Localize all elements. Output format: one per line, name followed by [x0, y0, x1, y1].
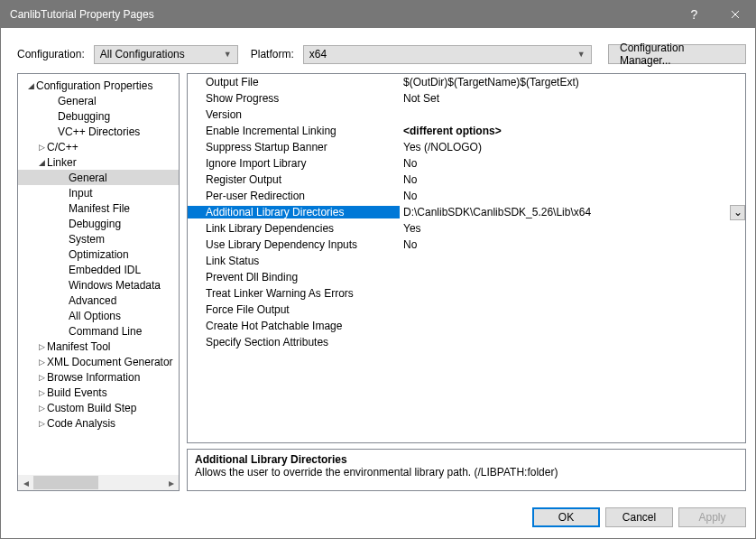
- tree-item-label: System: [69, 233, 105, 246]
- tree-item[interactable]: ◢Linker: [18, 154, 179, 170]
- tree-item[interactable]: System: [18, 231, 179, 246]
- tree-item[interactable]: ▷Code Analysis: [18, 415, 179, 431]
- tree-item[interactable]: VC++ Directories: [18, 124, 179, 139]
- tree-item[interactable]: All Options: [18, 308, 179, 323]
- cancel-button[interactable]: Cancel: [605, 507, 673, 527]
- tree-item[interactable]: ▷Browse Information: [18, 369, 179, 385]
- property-value[interactable]: Not Set: [400, 92, 745, 105]
- arrow-icon: ▷: [36, 373, 47, 382]
- tree-root[interactable]: ◢Configuration Properties: [18, 78, 179, 93]
- property-value[interactable]: No: [400, 190, 745, 202]
- tree-item-label: General: [69, 172, 107, 184]
- tree-item-label: Optimization: [69, 248, 129, 261]
- tree-item[interactable]: ▷Manifest Tool: [18, 339, 179, 354]
- property-row[interactable]: Create Hot Patchable Image: [188, 318, 745, 334]
- tree-item-label: Windows Metadata: [69, 279, 161, 292]
- tree-hscrollbar[interactable]: ◂ ▸: [18, 475, 179, 490]
- description-title: Additional Library Directories: [195, 453, 738, 466]
- tree-item[interactable]: General: [18, 93, 179, 108]
- tree-item[interactable]: Manifest File: [18, 200, 179, 216]
- tree-item-label: Manifest File: [69, 202, 130, 215]
- property-row[interactable]: Version: [188, 107, 745, 123]
- property-value[interactable]: No: [400, 173, 745, 186]
- close-button[interactable]: [715, 1, 755, 28]
- scroll-right-icon[interactable]: ▸: [163, 475, 179, 490]
- property-value[interactable]: No: [400, 157, 745, 170]
- property-value[interactable]: D:\CanlibSDK\CanlibSDK_5.26\Lib\x64⌄: [400, 205, 745, 220]
- config-bar: Configuration: All Configurations ▼ Plat…: [1, 28, 755, 73]
- property-row[interactable]: Ignore Import LibraryNo: [188, 155, 745, 172]
- tree-item[interactable]: General: [18, 170, 179, 185]
- property-value[interactable]: <different options>: [400, 125, 745, 137]
- tree-item[interactable]: ▷XML Document Generator: [18, 354, 179, 369]
- arrow-icon: ▷: [36, 419, 47, 428]
- property-name: Link Status: [188, 255, 400, 267]
- tree-item-label: Custom Build Step: [47, 402, 136, 414]
- property-name: Link Library Dependencies: [188, 222, 400, 235]
- titlebar: CanlibTutorial Property Pages ?: [1, 1, 755, 28]
- property-value[interactable]: No: [400, 238, 745, 251]
- tree-item[interactable]: Windows Metadata: [18, 277, 179, 293]
- property-row[interactable]: Link Library DependenciesYes: [188, 220, 745, 237]
- property-row[interactable]: Prevent Dll Binding: [188, 269, 745, 285]
- tree-item-label: Input: [69, 187, 93, 200]
- tree-item[interactable]: Debugging: [18, 108, 179, 124]
- ok-button[interactable]: OK: [532, 507, 600, 527]
- tree-item[interactable]: Input: [18, 185, 179, 200]
- property-row[interactable]: Force File Output: [188, 302, 745, 318]
- tree-item-label: Advanced: [69, 294, 116, 307]
- tree-item[interactable]: Advanced: [18, 293, 179, 308]
- tree-item[interactable]: ▷Custom Build Step: [18, 400, 179, 415]
- property-row[interactable]: Per-user RedirectionNo: [188, 188, 745, 204]
- property-name: Ignore Import Library: [188, 157, 400, 170]
- tree-item[interactable]: Debugging: [18, 216, 179, 231]
- property-row[interactable]: Enable Incremental Linking<different opt…: [188, 123, 745, 139]
- apply-button[interactable]: Apply: [678, 507, 746, 527]
- tree-item-label: Embedded IDL: [69, 264, 141, 276]
- arrow-icon: ▷: [36, 342, 47, 351]
- tree-item-label: Manifest Tool: [47, 340, 110, 353]
- dropdown-button[interactable]: ⌄: [730, 205, 745, 220]
- dialog-buttons: OK Cancel Apply: [1, 500, 755, 538]
- property-name: Per-user Redirection: [188, 190, 400, 202]
- property-value[interactable]: Yes: [400, 222, 745, 235]
- description-panel: Additional Library Directories Allows th…: [187, 449, 746, 491]
- configuration-manager-button[interactable]: Configuration Manager...: [608, 44, 746, 64]
- chevron-down-icon: ▼: [577, 50, 585, 59]
- help-button[interactable]: ?: [674, 1, 715, 28]
- nav-tree[interactable]: ◢Configuration PropertiesGeneralDebuggin…: [18, 74, 179, 475]
- tree-item[interactable]: ▷Build Events: [18, 385, 179, 400]
- tree-item-label: XML Document Generator: [47, 356, 173, 368]
- property-name: Enable Incremental Linking: [188, 125, 400, 137]
- property-name: Prevent Dll Binding: [188, 271, 400, 283]
- tree-item-label: VC++ Directories: [58, 125, 140, 138]
- scroll-left-icon[interactable]: ◂: [18, 475, 33, 490]
- property-row[interactable]: Specify Section Attributes: [188, 334, 745, 350]
- property-row[interactable]: Link Status: [188, 253, 745, 269]
- property-row[interactable]: Register OutputNo: [188, 172, 745, 188]
- tree-item-label: Debugging: [58, 110, 110, 123]
- property-row[interactable]: Show ProgressNot Set: [188, 90, 745, 107]
- property-row[interactable]: Additional Library DirectoriesD:\CanlibS…: [188, 204, 745, 220]
- tree-item-label: Browse Information: [47, 371, 140, 384]
- property-name: Use Library Dependency Inputs: [188, 238, 400, 251]
- property-row[interactable]: Use Library Dependency InputsNo: [188, 237, 745, 253]
- tree-item[interactable]: Embedded IDL: [18, 262, 179, 277]
- property-row[interactable]: Suppress Startup BannerYes (/NOLOGO): [188, 139, 745, 155]
- arrow-icon: ▷: [36, 143, 47, 152]
- tree-item-label: Build Events: [47, 386, 107, 399]
- tree-item[interactable]: Command Line: [18, 323, 179, 339]
- property-value[interactable]: $(OutDir)$(TargetName)$(TargetExt): [400, 76, 745, 88]
- tree-item[interactable]: ▷C/C++: [18, 139, 179, 154]
- tree-item[interactable]: Optimization: [18, 246, 179, 262]
- property-value[interactable]: Yes (/NOLOGO): [400, 141, 745, 153]
- arrow-icon: ▷: [36, 358, 47, 367]
- scroll-thumb[interactable]: [33, 476, 98, 489]
- platform-combo[interactable]: x64 ▼: [303, 45, 592, 64]
- property-row[interactable]: Output File$(OutDir)$(TargetName)$(Targe…: [188, 74, 745, 90]
- arrow-icon: ▷: [36, 404, 47, 413]
- property-row[interactable]: Treat Linker Warning As Errors: [188, 285, 745, 302]
- property-grid[interactable]: Output File$(OutDir)$(TargetName)$(Targe…: [187, 73, 746, 443]
- chevron-down-icon: ⌄: [733, 206, 742, 218]
- configuration-combo[interactable]: All Configurations ▼: [94, 45, 238, 64]
